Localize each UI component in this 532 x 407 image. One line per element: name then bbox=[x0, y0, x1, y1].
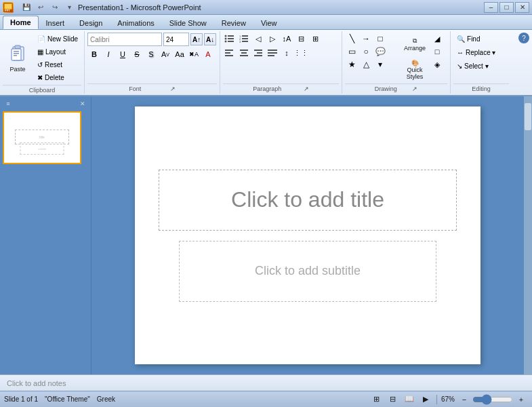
ribbon-group-paragraph: 1.2.3. ◁ ▷ ↕A ⊟ ⊞ bbox=[220, 31, 342, 94]
tab-home[interactable]: Home bbox=[3, 16, 39, 29]
zoom-in-button[interactable]: + bbox=[514, 394, 528, 405]
slide-thumbnail[interactable]: title subtitle bbox=[3, 111, 81, 164]
qat-undo[interactable]: ↩ bbox=[35, 2, 47, 13]
paste-button[interactable]: Paste bbox=[3, 38, 33, 79]
convert-smartart-button[interactable]: ⊞ bbox=[308, 33, 322, 45]
align-right-button[interactable] bbox=[251, 47, 265, 59]
slideshow-button[interactable]: ▶ bbox=[419, 394, 432, 405]
replace-label: Replace ▾ bbox=[466, 49, 495, 56]
tab-review[interactable]: Review bbox=[214, 16, 253, 29]
vertical-scrollbar[interactable] bbox=[524, 96, 532, 374]
oval-shape[interactable]: ○ bbox=[359, 45, 373, 58]
increase-indent-button[interactable]: ▷ bbox=[266, 33, 279, 45]
rect-shape[interactable]: □ bbox=[373, 33, 387, 45]
clear-format-button[interactable]: ✖A bbox=[187, 48, 201, 60]
more-shapes[interactable]: ▾ bbox=[373, 58, 387, 71]
star-shape[interactable]: ★ bbox=[345, 58, 359, 71]
tab-animations[interactable]: Animations bbox=[110, 16, 161, 29]
arrow-shape[interactable]: → bbox=[359, 33, 373, 45]
justify-button[interactable] bbox=[266, 47, 279, 59]
font-dialog-launcher[interactable]: ↗ bbox=[170, 85, 176, 92]
quick-styles-icon: 🎨 bbox=[411, 60, 419, 66]
text-direction-button[interactable]: ↕A bbox=[280, 33, 293, 45]
numbered-button[interactable]: 1.2.3. bbox=[237, 33, 251, 45]
svg-rect-33 bbox=[268, 52, 277, 54]
font-size-input[interactable] bbox=[163, 33, 189, 46]
replace-button[interactable]: ↔ Replace ▾ bbox=[453, 46, 499, 58]
layout-button[interactable]: ▦ Layout bbox=[34, 45, 81, 58]
maximize-button[interactable]: □ bbox=[499, 2, 514, 13]
columns-button[interactable]: ⋮⋮ bbox=[294, 47, 308, 59]
triangle-shape[interactable]: △ bbox=[359, 58, 373, 71]
para-row2: ↕ ⋮⋮ bbox=[223, 47, 308, 59]
underline-button[interactable]: U bbox=[116, 48, 129, 60]
tab-insert[interactable]: Insert bbox=[39, 16, 73, 29]
drawing-label: Drawing ↗ bbox=[345, 83, 447, 92]
normal-view-button[interactable]: ⊞ bbox=[370, 394, 384, 405]
panel-toggle[interactable]: ≡ bbox=[3, 99, 14, 109]
qat-redo[interactable]: ↪ bbox=[49, 2, 61, 13]
reading-view-button[interactable]: 📖 bbox=[403, 394, 416, 405]
callout-shape[interactable]: 💬 bbox=[373, 45, 387, 58]
bullets-button[interactable] bbox=[223, 33, 237, 45]
shape-outline-button[interactable]: □ bbox=[430, 45, 444, 58]
close-button[interactable]: ✕ bbox=[515, 2, 529, 13]
svg-rect-32 bbox=[268, 50, 277, 51]
slide-info: Slide 1 of 1 bbox=[4, 395, 38, 403]
drawing-dialog-launcher[interactable]: ↗ bbox=[412, 85, 417, 92]
statusbar-divider bbox=[436, 395, 437, 404]
paragraph-dialog-launcher[interactable]: ↗ bbox=[304, 85, 309, 92]
svg-point-13 bbox=[225, 38, 227, 40]
subtitle-placeholder[interactable]: Click to add subtitle bbox=[179, 241, 436, 302]
bold-button[interactable]: B bbox=[87, 48, 101, 60]
align-left-button[interactable] bbox=[223, 47, 237, 59]
decrease-indent-button[interactable]: ◁ bbox=[251, 33, 265, 45]
shadow-button[interactable]: S bbox=[144, 48, 158, 60]
quick-styles-button[interactable]: 🎨 Quick Styles bbox=[401, 58, 429, 81]
line-shape[interactable]: ╲ bbox=[345, 33, 359, 45]
increase-font-button[interactable]: A↑ bbox=[190, 33, 203, 45]
notes-bar[interactable]: Click to add notes bbox=[0, 374, 532, 391]
strikethrough-button[interactable]: S bbox=[130, 48, 144, 60]
title-placeholder[interactable]: Click to add title bbox=[159, 170, 457, 231]
qat-dropdown[interactable]: ▾ bbox=[63, 2, 75, 13]
select-label: Select ▾ bbox=[464, 62, 489, 70]
zoom-out-button[interactable]: − bbox=[457, 394, 471, 405]
slide-sorter-button[interactable]: ⊟ bbox=[386, 394, 400, 405]
select-button[interactable]: ↘ Select ▾ bbox=[453, 60, 492, 72]
titlebar: PPT 💾 ↩ ↪ ▾ Presentation1 - Microsoft Po… bbox=[0, 0, 532, 15]
slide-panel: ≡ ✕ 1 title subtitle bbox=[0, 96, 91, 374]
line-spacing-button[interactable]: ↕ bbox=[280, 47, 293, 59]
main-area: ≡ ✕ 1 title subtitle Click to ad bbox=[0, 96, 532, 374]
zoom-slider[interactable] bbox=[472, 395, 513, 404]
tab-view[interactable]: View bbox=[253, 16, 285, 29]
panel-close[interactable]: ✕ bbox=[77, 99, 88, 109]
help-button[interactable]: ? bbox=[518, 33, 529, 43]
title-placeholder-text: Click to add title bbox=[231, 187, 384, 212]
char-spacing-button[interactable]: AV bbox=[159, 48, 172, 60]
find-button[interactable]: 🔍 Find bbox=[453, 33, 483, 45]
language: Greek bbox=[97, 395, 115, 403]
change-case-button[interactable]: Aa bbox=[173, 48, 186, 60]
new-slide-button[interactable]: 📄 New Slide bbox=[34, 33, 81, 45]
qat-save[interactable]: 💾 bbox=[20, 2, 33, 13]
tab-design[interactable]: Design bbox=[72, 16, 110, 29]
drawing-actions: ⧉ Arrange 🎨 Quick Styles bbox=[401, 33, 429, 81]
align-center-button[interactable] bbox=[237, 47, 251, 59]
rounded-rect-shape[interactable]: ▭ bbox=[345, 45, 359, 58]
align-text-button[interactable]: ⊟ bbox=[294, 33, 308, 45]
decrease-font-button[interactable]: A↓ bbox=[204, 33, 216, 45]
italic-button[interactable]: I bbox=[102, 48, 115, 60]
minimize-button[interactable]: – bbox=[484, 2, 498, 13]
tab-slideshow[interactable]: Slide Show bbox=[162, 16, 214, 29]
svg-rect-10 bbox=[14, 55, 17, 56]
arrange-button[interactable]: ⧉ Arrange bbox=[401, 33, 429, 56]
slide-canvas: Click to add title Click to add subtitle bbox=[135, 106, 480, 364]
shape-effects-button[interactable]: ◈ bbox=[430, 58, 444, 71]
shape-fill-button[interactable]: ◢ bbox=[430, 33, 444, 45]
reset-button[interactable]: ↺ Reset bbox=[34, 58, 81, 71]
delete-button[interactable]: ✖ Delete bbox=[34, 71, 81, 83]
scrollbar-thumb[interactable] bbox=[525, 103, 531, 130]
font-color-button[interactable]: A bbox=[201, 48, 215, 60]
font-name-input[interactable] bbox=[87, 33, 162, 46]
